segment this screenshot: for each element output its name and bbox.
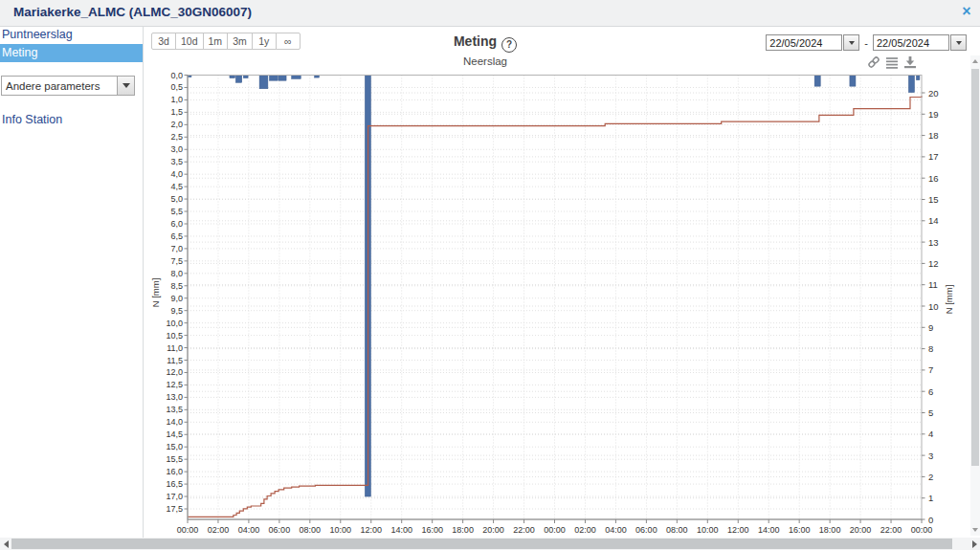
date-to-input[interactable] xyxy=(873,34,949,51)
chart-title-row: Meting? xyxy=(144,33,827,53)
horizontal-scrollbar-thumb[interactable] xyxy=(11,539,952,549)
sidebar-item-puntneerslag[interactable]: Puntneerslag xyxy=(0,26,143,44)
parameter-select[interactable]: Andere parameters xyxy=(1,76,135,96)
date-range-picker: - xyxy=(766,34,967,51)
help-icon[interactable]: ? xyxy=(501,37,517,53)
chart-title: Meting xyxy=(454,33,497,49)
date-separator: - xyxy=(864,37,868,49)
parameter-select-value: Andere parameters xyxy=(2,80,117,92)
plot-area[interactable] xyxy=(188,76,922,519)
list-icon[interactable] xyxy=(885,55,899,69)
download-icon[interactable] xyxy=(903,55,917,69)
vertical-scrollbar[interactable] xyxy=(970,55,980,536)
vertical-scrollbar-thumb[interactable] xyxy=(971,69,979,466)
scroll-down-arrow[interactable] xyxy=(970,524,980,536)
sidebar-item-info-station[interactable]: Info Station xyxy=(2,113,62,126)
scroll-up-arrow[interactable] xyxy=(970,55,980,67)
chart-action-icons xyxy=(867,55,917,69)
date-from-dropdown-button[interactable] xyxy=(843,34,859,51)
sidebar-item-meting[interactable]: Meting xyxy=(0,44,143,62)
horizontal-scrollbar[interactable] xyxy=(0,538,980,550)
chevron-down-icon[interactable] xyxy=(117,77,134,95)
scroll-right-arrow[interactable] xyxy=(969,538,980,550)
page-title: Mariakerke_ALMC (ALMC_30GN06007) xyxy=(13,5,252,19)
link-icon[interactable] xyxy=(867,55,880,69)
window-header: Mariakerke_ALMC (ALMC_30GN06007) × xyxy=(0,0,980,27)
date-to-dropdown-button[interactable] xyxy=(950,34,967,51)
close-icon[interactable]: × xyxy=(957,2,976,21)
scroll-left-arrow[interactable] xyxy=(0,538,11,550)
sidebar: Puntneerslag Meting Andere parameters In… xyxy=(0,26,144,538)
date-from-input[interactable] xyxy=(766,34,842,51)
chart-subtitle: Neerslag xyxy=(144,55,827,67)
